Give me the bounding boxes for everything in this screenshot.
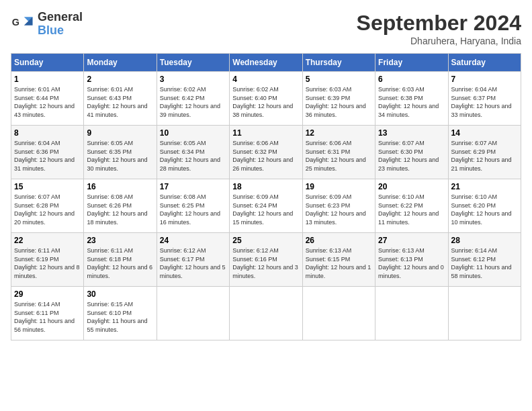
day-info: Sunrise: 6:11 AM Sunset: 6:19 PM Dayligh…	[14, 246, 81, 280]
day-cell: 24 Sunrise: 6:12 AM Sunset: 6:17 PM Dayl…	[157, 233, 229, 287]
day-number: 20	[378, 182, 445, 191]
day-cell	[157, 287, 229, 340]
day-cell: 28 Sunrise: 6:14 AM Sunset: 6:12 PM Dayl…	[448, 233, 521, 287]
day-info: Sunrise: 6:01 AM Sunset: 6:44 PM Dayligh…	[14, 85, 81, 119]
day-info: Sunrise: 6:05 AM Sunset: 6:35 PM Dayligh…	[87, 139, 153, 173]
day-cell: 30 Sunrise: 6:15 AM Sunset: 6:10 PM Dayl…	[84, 287, 157, 340]
header-day-thursday: Thursday	[302, 54, 375, 72]
day-cell: 22 Sunrise: 6:11 AM Sunset: 6:19 PM Dayl…	[11, 233, 84, 287]
day-number: 5	[306, 75, 372, 84]
day-cell: 1 Sunrise: 6:01 AM Sunset: 6:44 PM Dayli…	[11, 72, 84, 126]
day-number: 11	[232, 128, 299, 138]
day-cell: 14 Sunrise: 6:07 AM Sunset: 6:29 PM Dayl…	[448, 126, 521, 179]
header-day-tuesday: Tuesday	[157, 54, 229, 72]
day-number: 26	[306, 236, 372, 245]
logo-icon: G	[11, 12, 35, 36]
day-cell	[302, 287, 375, 340]
day-cell	[448, 287, 521, 340]
day-info: Sunrise: 6:07 AM Sunset: 6:29 PM Dayligh…	[451, 139, 518, 173]
day-cell: 12 Sunrise: 6:06 AM Sunset: 6:31 PM Dayl…	[302, 126, 375, 179]
day-info: Sunrise: 6:08 AM Sunset: 6:26 PM Dayligh…	[87, 193, 153, 226]
header-day-sunday: Sunday	[11, 54, 84, 72]
day-info: Sunrise: 6:02 AM Sunset: 6:42 PM Dayligh…	[160, 85, 226, 119]
day-info: Sunrise: 6:11 AM Sunset: 6:18 PM Dayligh…	[87, 246, 153, 280]
day-cell: 15 Sunrise: 6:07 AM Sunset: 6:28 PM Dayl…	[11, 179, 84, 233]
page-header: G GeneralBlue September 2024 Dharuhera, …	[11, 11, 521, 46]
day-info: Sunrise: 6:13 AM Sunset: 6:13 PM Dayligh…	[378, 246, 445, 280]
day-number: 3	[160, 75, 226, 84]
day-number: 9	[87, 128, 153, 138]
day-number: 28	[451, 236, 518, 245]
day-info: Sunrise: 6:07 AM Sunset: 6:30 PM Dayligh…	[378, 139, 445, 173]
day-cell: 17 Sunrise: 6:08 AM Sunset: 6:25 PM Dayl…	[157, 179, 229, 233]
day-cell: 11 Sunrise: 6:06 AM Sunset: 6:32 PM Dayl…	[230, 126, 302, 179]
day-cell: 8 Sunrise: 6:04 AM Sunset: 6:36 PM Dayli…	[11, 126, 84, 179]
day-cell: 19 Sunrise: 6:09 AM Sunset: 6:23 PM Dayl…	[302, 179, 375, 233]
svg-text:G: G	[12, 17, 19, 28]
day-info: Sunrise: 6:13 AM Sunset: 6:15 PM Dayligh…	[306, 246, 372, 280]
day-number: 19	[306, 182, 372, 191]
week-row-3: 15 Sunrise: 6:07 AM Sunset: 6:28 PM Dayl…	[11, 179, 521, 233]
day-info: Sunrise: 6:15 AM Sunset: 6:10 PM Dayligh…	[87, 300, 153, 334]
location: Dharuhera, Haryana, India	[357, 36, 521, 46]
day-cell: 18 Sunrise: 6:09 AM Sunset: 6:24 PM Dayl…	[230, 179, 302, 233]
logo-blue: Blue	[38, 24, 64, 37]
title-block: September 2024 Dharuhera, Haryana, India	[357, 11, 521, 46]
day-info: Sunrise: 6:12 AM Sunset: 6:17 PM Dayligh…	[160, 246, 226, 280]
header-day-friday: Friday	[375, 54, 448, 72]
day-cell	[375, 287, 448, 340]
day-cell: 2 Sunrise: 6:01 AM Sunset: 6:43 PM Dayli…	[84, 72, 157, 126]
day-number: 16	[87, 182, 153, 191]
day-info: Sunrise: 6:01 AM Sunset: 6:43 PM Dayligh…	[87, 85, 153, 119]
calendar-table: SundayMondayTuesdayWednesdayThursdayFrid…	[11, 53, 521, 340]
day-cell: 4 Sunrise: 6:02 AM Sunset: 6:40 PM Dayli…	[230, 72, 302, 126]
day-info: Sunrise: 6:10 AM Sunset: 6:22 PM Dayligh…	[378, 193, 445, 226]
day-cell: 16 Sunrise: 6:08 AM Sunset: 6:26 PM Dayl…	[84, 179, 157, 233]
day-number: 30	[87, 289, 153, 299]
day-number: 6	[378, 75, 445, 84]
day-number: 21	[451, 182, 518, 191]
header-day-wednesday: Wednesday	[230, 54, 302, 72]
day-info: Sunrise: 6:06 AM Sunset: 6:32 PM Dayligh…	[232, 139, 299, 173]
day-cell: 5 Sunrise: 6:03 AM Sunset: 6:39 PM Dayli…	[302, 72, 375, 126]
day-number: 27	[378, 236, 445, 245]
day-cell: 6 Sunrise: 6:03 AM Sunset: 6:38 PM Dayli…	[375, 72, 448, 126]
day-cell: 9 Sunrise: 6:05 AM Sunset: 6:35 PM Dayli…	[84, 126, 157, 179]
week-row-1: 1 Sunrise: 6:01 AM Sunset: 6:44 PM Dayli…	[11, 72, 521, 126]
day-number: 1	[14, 75, 81, 84]
day-info: Sunrise: 6:09 AM Sunset: 6:24 PM Dayligh…	[232, 193, 299, 226]
day-number: 12	[306, 128, 372, 138]
day-number: 14	[451, 128, 518, 138]
day-info: Sunrise: 6:06 AM Sunset: 6:31 PM Dayligh…	[306, 139, 372, 173]
day-cell: 7 Sunrise: 6:04 AM Sunset: 6:37 PM Dayli…	[448, 72, 521, 126]
day-info: Sunrise: 6:08 AM Sunset: 6:25 PM Dayligh…	[160, 193, 226, 226]
day-cell: 29 Sunrise: 6:14 AM Sunset: 6:11 PM Dayl…	[11, 287, 84, 340]
day-number: 22	[14, 236, 81, 245]
day-cell	[230, 287, 302, 340]
day-info: Sunrise: 6:14 AM Sunset: 6:12 PM Dayligh…	[451, 246, 518, 280]
day-number: 13	[378, 128, 445, 138]
logo: G GeneralBlue	[11, 11, 83, 38]
calendar-header-row: SundayMondayTuesdayWednesdayThursdayFrid…	[11, 54, 521, 72]
logo-text: GeneralBlue	[38, 11, 83, 38]
day-number: 18	[232, 182, 299, 191]
day-cell: 13 Sunrise: 6:07 AM Sunset: 6:30 PM Dayl…	[375, 126, 448, 179]
day-cell: 27 Sunrise: 6:13 AM Sunset: 6:13 PM Dayl…	[375, 233, 448, 287]
day-number: 25	[232, 236, 299, 245]
day-cell: 21 Sunrise: 6:10 AM Sunset: 6:20 PM Dayl…	[448, 179, 521, 233]
day-info: Sunrise: 6:07 AM Sunset: 6:28 PM Dayligh…	[14, 193, 81, 226]
day-cell: 3 Sunrise: 6:02 AM Sunset: 6:42 PM Dayli…	[157, 72, 229, 126]
day-number: 10	[160, 128, 226, 138]
calendar-body: 1 Sunrise: 6:01 AM Sunset: 6:44 PM Dayli…	[11, 72, 521, 340]
day-number: 23	[87, 236, 153, 245]
day-info: Sunrise: 6:14 AM Sunset: 6:11 PM Dayligh…	[14, 300, 81, 334]
day-info: Sunrise: 6:05 AM Sunset: 6:34 PM Dayligh…	[160, 139, 226, 173]
day-number: 29	[14, 289, 81, 299]
day-info: Sunrise: 6:03 AM Sunset: 6:39 PM Dayligh…	[306, 85, 372, 119]
day-cell: 20 Sunrise: 6:10 AM Sunset: 6:22 PM Dayl…	[375, 179, 448, 233]
day-cell: 23 Sunrise: 6:11 AM Sunset: 6:18 PM Dayl…	[84, 233, 157, 287]
day-info: Sunrise: 6:09 AM Sunset: 6:23 PM Dayligh…	[306, 193, 372, 226]
week-row-2: 8 Sunrise: 6:04 AM Sunset: 6:36 PM Dayli…	[11, 126, 521, 179]
day-info: Sunrise: 6:10 AM Sunset: 6:20 PM Dayligh…	[451, 193, 518, 226]
month-title: September 2024	[357, 11, 521, 36]
